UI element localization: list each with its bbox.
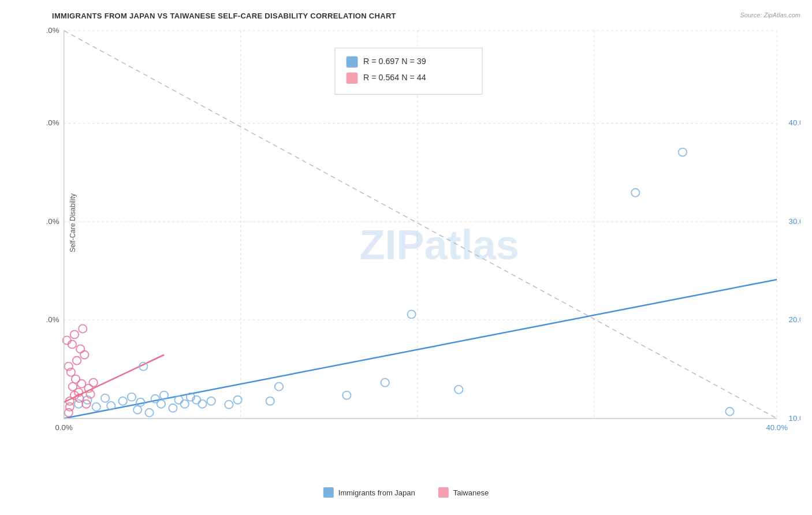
svg-point-56 bbox=[73, 357, 81, 365]
y-tick-10: 10.0% bbox=[46, 315, 59, 324]
svg-point-19 bbox=[101, 394, 109, 402]
y-tick-30: 30.0% bbox=[46, 119, 59, 128]
x-tick-0: 0.0% bbox=[55, 423, 73, 432]
svg-point-44 bbox=[455, 386, 463, 394]
svg-point-69 bbox=[89, 379, 97, 387]
chart-container: IMMIGRANTS FROM JAPAN VS TAIWANESE SELF-… bbox=[0, 0, 812, 515]
svg-point-18 bbox=[92, 403, 100, 411]
svg-rect-13 bbox=[335, 48, 482, 94]
svg-rect-14 bbox=[347, 57, 357, 67]
bottom-legend: Immigrants from Japan Taiwanese bbox=[323, 487, 489, 498]
y-right-20: 20.0% bbox=[789, 315, 800, 324]
svg-point-43 bbox=[407, 310, 415, 318]
svg-point-37 bbox=[225, 401, 233, 409]
svg-point-59 bbox=[68, 340, 76, 348]
svg-point-42 bbox=[381, 379, 389, 387]
svg-point-61 bbox=[70, 330, 79, 338]
svg-point-28 bbox=[160, 391, 168, 400]
legend-label-japan: Immigrants from Japan bbox=[338, 488, 415, 497]
y-tick-20: 20.0% bbox=[46, 217, 59, 226]
svg-point-35 bbox=[198, 400, 206, 408]
svg-point-25 bbox=[145, 409, 153, 417]
svg-point-67 bbox=[65, 409, 73, 417]
svg-point-22 bbox=[128, 393, 136, 401]
svg-point-46 bbox=[679, 148, 687, 156]
y-axis-label: Self-Care Disability bbox=[69, 193, 77, 252]
svg-point-21 bbox=[118, 397, 126, 405]
svg-point-63 bbox=[66, 403, 74, 411]
y-right-30: 30.0% bbox=[789, 217, 800, 226]
chart-title: IMMIGRANTS FROM JAPAN VS TAIWANESE SELF-… bbox=[52, 12, 800, 20]
legend-r1: R = 0.697 N = 39 bbox=[363, 57, 426, 66]
svg-point-29 bbox=[169, 404, 177, 412]
legend-swatch-japan bbox=[323, 487, 334, 498]
y-tick-40: 40.0% bbox=[46, 26, 59, 35]
svg-point-58 bbox=[76, 345, 84, 353]
svg-point-47 bbox=[725, 408, 733, 416]
svg-rect-15 bbox=[347, 73, 357, 83]
scatter-chart: 10.0% 20.0% 30.0% 40.0% 0.0% 40.0% 40.0%… bbox=[46, 25, 800, 465]
legend-item-japan: Immigrants from Japan bbox=[323, 487, 415, 498]
svg-point-30 bbox=[174, 396, 182, 404]
y-right-40: 40.0% bbox=[789, 119, 800, 128]
legend-swatch-taiwanese bbox=[438, 487, 449, 498]
y-right-10: 10.0% bbox=[789, 414, 800, 423]
x-tick-40: 40.0% bbox=[766, 423, 788, 432]
chart-area: ZIPatlas 10.0% bbox=[46, 25, 800, 465]
svg-line-11 bbox=[64, 279, 777, 419]
svg-point-45 bbox=[631, 189, 639, 197]
svg-point-38 bbox=[233, 396, 241, 404]
svg-point-31 bbox=[181, 400, 189, 408]
svg-point-57 bbox=[80, 350, 88, 359]
svg-point-62 bbox=[79, 324, 87, 333]
svg-point-23 bbox=[133, 406, 141, 414]
legend-item-taiwanese: Taiwanese bbox=[438, 487, 489, 498]
legend-label-taiwanese: Taiwanese bbox=[453, 488, 489, 497]
svg-point-27 bbox=[157, 400, 165, 408]
legend-r2: R = 0.564 N = 44 bbox=[363, 73, 426, 82]
svg-point-36 bbox=[207, 397, 215, 405]
svg-point-39 bbox=[266, 397, 274, 405]
svg-point-40 bbox=[275, 383, 283, 391]
svg-point-41 bbox=[342, 391, 351, 400]
source-label: Source: ZipAtlas.com bbox=[740, 12, 800, 18]
